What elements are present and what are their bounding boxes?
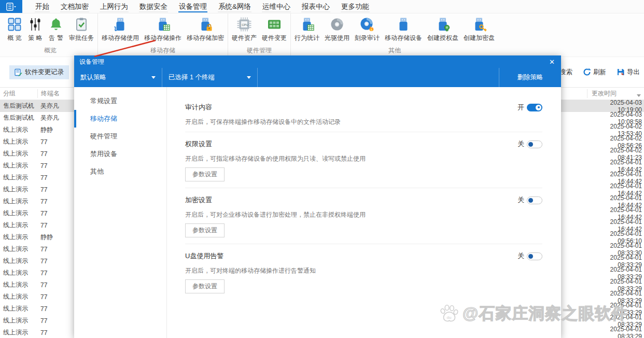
auth-disk-icon	[435, 17, 451, 32]
cell-group: 线上演示	[0, 304, 37, 313]
alert-bell-icon	[48, 17, 64, 32]
param-settings-button[interactable]: 参数设置	[185, 167, 225, 181]
cell-group: 线上演示	[0, 292, 37, 301]
ribbon-group-3: CPU硬件资产硬件变更硬件管理	[228, 13, 291, 57]
policy-sliders-button[interactable]: 策 略	[25, 17, 46, 43]
cell-group: 线上演示	[0, 185, 37, 194]
toggle-switch[interactable]	[527, 196, 542, 204]
export-button[interactable]: 导出	[617, 68, 640, 77]
usb-encrypt-button[interactable]: 移动存储加密	[184, 17, 227, 43]
ribbon-group-2: 移动存储使用移动存储操作移动存储加密移动存储	[98, 13, 228, 57]
ribbon-item-label: 硬件资产	[232, 34, 257, 43]
section-description: 开启后，可对企业移动设备进行加密处理，禁止在非授权终端使用	[185, 210, 542, 218]
encrypt-disk-button[interactable]: 创建加密盘	[461, 17, 497, 43]
cell-terminal: 77	[37, 317, 77, 325]
dialog-title: 设备管理	[79, 58, 104, 66]
cpu-asset-icon: CPU	[236, 17, 252, 32]
search-label: 搜索	[559, 68, 572, 77]
terminal-select-dropdown[interactable]: 已选择 1 个终端	[162, 68, 258, 87]
toggle-state-label: 关	[517, 195, 524, 205]
toggle-switch[interactable]	[527, 104, 542, 111]
param-settings-button[interactable]: 参数设置	[185, 279, 225, 293]
dialog-tab-3[interactable]: 硬件管理	[74, 128, 166, 145]
behavior-stats-button[interactable]: 行为统计	[292, 17, 322, 43]
cell-terminal: 77	[37, 270, 77, 277]
refresh-label: 刷新	[593, 68, 606, 77]
dialog-tab-2[interactable]: 移动存储	[74, 110, 166, 128]
dialog-tab-1[interactable]: 常规设置	[74, 92, 166, 110]
ribbon-item-label: 概 览	[7, 34, 21, 43]
column-header-terminal[interactable]: 终端名	[37, 89, 77, 98]
menu-item-4[interactable]: 数据安全	[134, 0, 173, 13]
param-settings-button[interactable]: 参数设置	[185, 223, 225, 237]
software-change-icon	[15, 68, 22, 76]
menu-item-2[interactable]: 文档加密	[55, 0, 94, 13]
section-title: 加密设置	[185, 195, 212, 205]
toggle-switch[interactable]	[527, 252, 542, 260]
disc-usage-button[interactable]: 光驱使用	[322, 17, 352, 43]
cell-group: 线上演示	[0, 257, 37, 265]
cell-group: 售后测试机	[0, 114, 37, 122]
auth-disk-button[interactable]: 创建授权盘	[425, 17, 461, 43]
delete-policy-button[interactable]: 删除策略	[499, 68, 561, 87]
ribbon-item-label: 移动存储操作	[144, 34, 181, 43]
menu-item-5[interactable]: 设备管理	[173, 0, 213, 13]
cell-terminal: 77	[37, 329, 77, 336]
menu-item-6[interactable]: 系统&网络	[213, 0, 257, 13]
dialog-tab-4[interactable]: 禁用设备	[74, 145, 166, 163]
menu-items: 开始文档加密上网行为数据安全设备管理系统&网络运维中心报表中心更多功能	[30, 0, 375, 13]
hardware-change-button[interactable]: 硬件变更	[259, 17, 289, 43]
setting-section-4: U盘使用告警关开启后，可对终端的移动存储操作进行告警通知参数设置	[185, 244, 542, 300]
cell-terminal: 77	[37, 186, 77, 193]
cell-terminal: 77	[37, 293, 77, 301]
menu-item-7[interactable]: 运维中心	[257, 0, 296, 13]
cpu-asset-button[interactable]: CPU硬件资产	[229, 17, 259, 43]
cell-group: 线上演示	[0, 125, 37, 134]
menu-item-3[interactable]: 上网行为	[94, 0, 134, 13]
toggle-state-label: 关	[517, 251, 524, 261]
policy-dropdown[interactable]: 默认策略	[74, 68, 162, 87]
cell-group: 线上演示	[0, 209, 37, 218]
toggle-knob	[528, 198, 533, 203]
column-header-group[interactable]: 分组	[0, 89, 37, 98]
alert-bell-button[interactable]: 告 警	[46, 17, 66, 43]
section-description: 开启后，可指定移动存储设备的使用权限为只读、读写或禁止使用	[185, 154, 542, 162]
close-icon[interactable]: ✕	[549, 59, 555, 65]
cell-terminal: 77	[37, 162, 77, 170]
hardware-change-icon	[267, 17, 282, 32]
dialog-title-bar: 设备管理 ✕	[74, 55, 561, 68]
setting-section-3: 加密设置关开启后，可对企业移动设备进行加密处理，禁止在非授权终端使用参数设置	[185, 188, 542, 244]
ribbon-group-4: 行为统计光驱使用刻录审计移动存储设备创建授权盘创建加密盘其他	[291, 13, 498, 57]
toggle-switch[interactable]	[527, 140, 542, 148]
app-menu-button[interactable]	[0, 0, 22, 13]
cell-terminal: 77	[37, 210, 77, 217]
ribbon-toolbar: 概 览策 略告 警审批任务概览移动存储使用移动存储操作移动存储加密移动存储CPU…	[0, 13, 644, 57]
cell-terminal: 77	[37, 258, 77, 265]
setting-section-1: 审计内容开开启后，可保存终端操作移动存储设备中的文件活动记录	[185, 95, 542, 132]
usb-usage-button[interactable]: 移动存储使用	[99, 17, 142, 43]
approval-tasks-button[interactable]: 审批任务	[66, 17, 96, 43]
menu-item-9[interactable]: 更多功能	[335, 0, 375, 13]
section-description: 开启后，可对终端的移动存储操作进行告警通知	[185, 266, 542, 274]
menu-item-1[interactable]: 开始	[30, 0, 55, 13]
ribbon-group-label: 其他	[292, 46, 497, 55]
usb-usage-icon	[113, 17, 128, 32]
cell-terminal: 静静	[37, 125, 77, 134]
toggle-knob	[528, 142, 533, 147]
cell-group: 线上演示	[0, 221, 37, 230]
ribbon-group-1: 概 览策 略告 警审批任务概览	[3, 13, 98, 57]
menu-item-8[interactable]: 报表中心	[296, 0, 335, 13]
refresh-icon	[583, 68, 591, 76]
usb-encrypt-icon	[198, 17, 213, 32]
dialog-tab-5[interactable]: 其他	[74, 163, 166, 180]
usb-device-button[interactable]: 移动存储设备	[382, 17, 425, 43]
usb-operation-button[interactable]: 移动存储操作	[142, 17, 184, 43]
cell-group: 线上演示	[0, 137, 37, 146]
software-change-log-button[interactable]: 软件变更记录	[9, 65, 69, 79]
policy-sliders-icon	[27, 17, 43, 32]
refresh-button[interactable]: 刷新	[583, 68, 606, 77]
overview-grid-button[interactable]: 概 览	[4, 17, 25, 43]
column-header-modified-time[interactable]: 更改时间	[587, 89, 644, 98]
software-change-log-label: 软件变更记录	[25, 68, 64, 77]
burn-audit-button[interactable]: 刻录审计	[352, 17, 382, 43]
